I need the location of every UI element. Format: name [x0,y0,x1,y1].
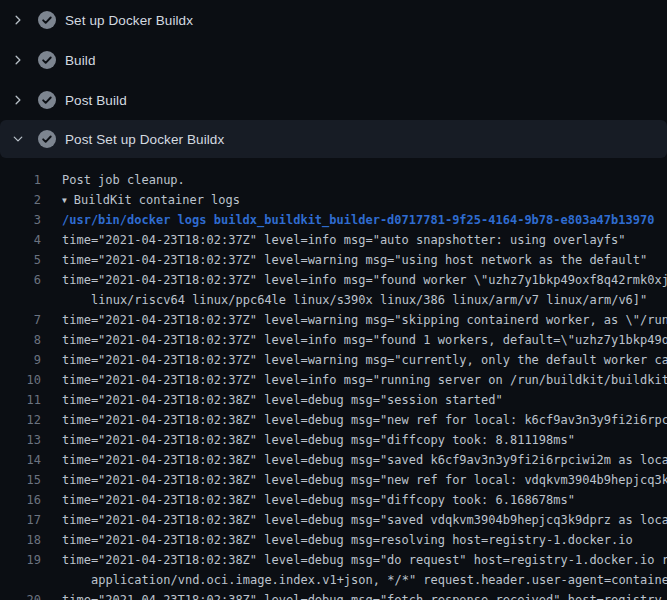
step-list: Set up Docker Buildx Build Post Build [0,0,667,158]
log-line-number [0,290,41,310]
step-row-build[interactable]: Build [0,40,667,80]
check-circle-icon [38,51,56,69]
log-line-number[interactable]: 18 [0,530,41,550]
log-text: time="2021-04-23T18:02:37Z" level=info m… [41,370,667,390]
group-collapse-icon[interactable]: ▼ [62,191,67,210]
log-line-number[interactable]: 4 [0,230,41,250]
log-text: time="2021-04-23T18:02:38Z" level=debug … [41,430,575,450]
log-line: 20time="2021-04-23T18:02:38Z" level=debu… [0,590,667,600]
log-text: time="2021-04-23T18:02:37Z" level=info m… [41,330,667,350]
log-text: time="2021-04-23T18:02:38Z" level=debug … [41,550,667,570]
log-line: 16time="2021-04-23T18:02:38Z" level=debu… [0,490,667,510]
log-text: time="2021-04-23T18:02:37Z" level=warnin… [41,350,667,370]
log-text: time="2021-04-23T18:02:38Z" level=debug … [41,390,503,410]
log-text: time="2021-04-23T18:02:38Z" level=debug … [41,410,667,430]
log-line: 3/usr/bin/docker logs buildx_buildkit_bu… [0,210,667,230]
log-text: time="2021-04-23T18:02:38Z" level=debug … [41,470,667,490]
log-line-number [0,570,41,590]
log-text: linux/riscv64 linux/ppc64le linux/s390x … [41,290,647,310]
log-line-number[interactable]: 7 [0,310,41,330]
step-label: Build [65,53,96,68]
log-group-title[interactable]: ▼BuildKit container logs [41,190,240,210]
log-line: 18time="2021-04-23T18:02:38Z" level=debu… [0,530,667,550]
log-line: 9time="2021-04-23T18:02:37Z" level=warni… [0,350,667,370]
step-label: Set up Docker Buildx [65,13,193,28]
check-circle-icon [38,11,56,29]
log-line: 8time="2021-04-23T18:02:37Z" level=info … [0,330,667,350]
log-line-number[interactable]: 12 [0,410,41,430]
log-line-number[interactable]: 1 [0,170,41,190]
log-text: Post job cleanup. [41,170,185,190]
log-line-number[interactable]: 6 [0,270,41,290]
log-line-number[interactable]: 11 [0,390,41,410]
step-row-post-set-up-docker-buildx[interactable]: Post Set up Docker Buildx [0,120,667,158]
log-text: time="2021-04-23T18:02:38Z" level=debug … [41,590,667,600]
chevron-right-icon[interactable] [12,14,24,26]
log-line: 1Post job cleanup. [0,170,667,190]
log-line-number[interactable]: 17 [0,510,41,530]
log-text: application/vnd.oci.image.index.v1+json,… [41,570,667,590]
log-panel: 1Post job cleanup.2▼BuildKit container l… [0,158,667,600]
log-line-number[interactable]: 3 [0,210,41,230]
log-line: 2▼BuildKit container logs [0,190,667,210]
log-line: 14time="2021-04-23T18:02:38Z" level=debu… [0,450,667,470]
log-line-number[interactable]: 20 [0,590,41,600]
log-line-number[interactable]: 13 [0,430,41,450]
step-row-post-build[interactable]: Post Build [0,80,667,120]
log-text: time="2021-04-23T18:02:37Z" level=warnin… [41,310,667,330]
log-line-continuation: linux/riscv64 linux/ppc64le linux/s390x … [0,290,667,310]
log-line: 6time="2021-04-23T18:02:37Z" level=info … [0,270,667,290]
log-line: 5time="2021-04-23T18:02:37Z" level=warni… [0,250,667,270]
log-text: time="2021-04-23T18:02:38Z" level=debug … [41,490,575,510]
log-text: time="2021-04-23T18:02:38Z" level=debug … [41,450,667,470]
step-label: Post Build [65,93,127,108]
log-text: time="2021-04-23T18:02:38Z" level=debug … [41,530,633,550]
log-line: 12time="2021-04-23T18:02:38Z" level=debu… [0,410,667,430]
log-line-continuation: application/vnd.oci.image.index.v1+json,… [0,570,667,590]
step-label: Post Set up Docker Buildx [65,132,224,147]
log-line: 13time="2021-04-23T18:02:38Z" level=debu… [0,430,667,450]
log-line: 11time="2021-04-23T18:02:38Z" level=debu… [0,390,667,410]
log-text: time="2021-04-23T18:02:37Z" level=info m… [41,270,667,290]
check-circle-icon [38,130,56,148]
log-line-number[interactable]: 5 [0,250,41,270]
log-group-label: BuildKit container logs [74,193,240,207]
log-line: 10time="2021-04-23T18:02:37Z" level=info… [0,370,667,390]
log-command-text: /usr/bin/docker logs buildx_buildkit_bui… [41,210,654,230]
actions-log-viewer: Set up Docker Buildx Build Post Build [0,0,667,600]
log-line: 4time="2021-04-23T18:02:37Z" level=info … [0,230,667,250]
log-line-number[interactable]: 2 [0,190,41,210]
log-text: time="2021-04-23T18:02:37Z" level=info m… [41,230,626,250]
log-text: time="2021-04-23T18:02:37Z" level=warnin… [41,250,647,270]
log-line-number[interactable]: 8 [0,330,41,350]
log-line-number[interactable]: 16 [0,490,41,510]
log-line: 19time="2021-04-23T18:02:38Z" level=debu… [0,550,667,570]
check-circle-icon [38,91,56,109]
log-line: 7time="2021-04-23T18:02:37Z" level=warni… [0,310,667,330]
chevron-down-icon[interactable] [12,133,24,145]
log-line-number[interactable]: 19 [0,550,41,570]
chevron-right-icon[interactable] [12,54,24,66]
chevron-right-icon[interactable] [12,94,24,106]
log-line-number[interactable]: 15 [0,470,41,490]
log-line-number[interactable]: 10 [0,370,41,390]
log-line-number[interactable]: 9 [0,350,41,370]
log-text: time="2021-04-23T18:02:38Z" level=debug … [41,510,667,530]
step-row-set-up-docker-buildx[interactable]: Set up Docker Buildx [0,0,667,40]
log-line: 17time="2021-04-23T18:02:38Z" level=debu… [0,510,667,530]
log-line: 15time="2021-04-23T18:02:38Z" level=debu… [0,470,667,490]
log-line-number[interactable]: 14 [0,450,41,470]
